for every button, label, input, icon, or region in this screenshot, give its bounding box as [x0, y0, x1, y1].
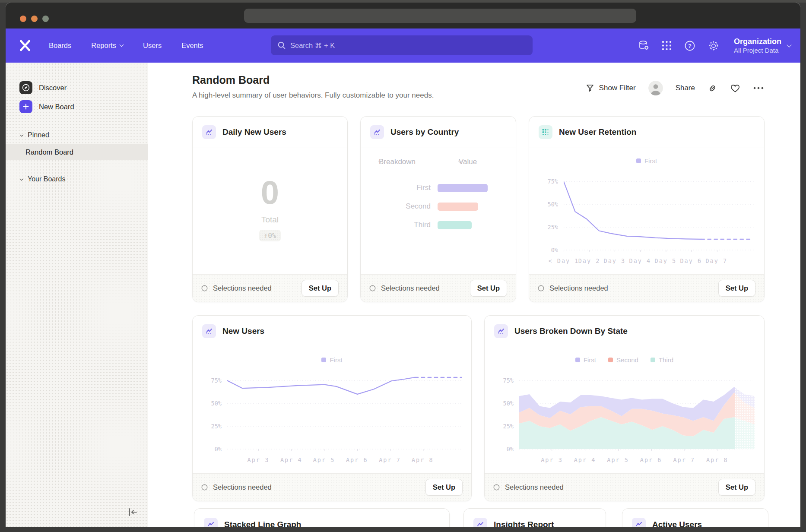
page-title: Random Board [192, 74, 270, 86]
card-title: Daily New Users [222, 127, 286, 137]
country-bar-row: Second [361, 202, 516, 211]
insights-chart-icon [494, 324, 508, 338]
card-title: Active Users [652, 520, 702, 527]
org-project: All Project Data [734, 47, 781, 54]
sidebar-item-new-board[interactable]: New Board [6, 97, 148, 116]
copy-link-icon[interactable] [708, 83, 717, 93]
sidebar-section-pinned[interactable]: Pinned [6, 127, 148, 143]
card-stacked-line-graph: Stacked Line Graph [194, 508, 450, 527]
show-filter-button[interactable]: Show Filter [586, 84, 636, 92]
data-management-icon[interactable] [638, 40, 650, 51]
card-header: Stacked Line Graph [194, 509, 449, 527]
y-tick-label: 50% [548, 201, 558, 208]
global-search[interactable] [271, 35, 533, 55]
top-navbar: Boards Reports Users Events [6, 28, 800, 63]
y-axis-labels: 75%50%25%0% [539, 171, 564, 254]
search-input[interactable] [290, 41, 526, 50]
x-axis-labels: Apr 3Apr 4Apr 5Apr 6Apr 7Apr 8 [227, 453, 461, 465]
country-bar-row: First [361, 184, 516, 192]
set-up-button[interactable]: Set Up [718, 280, 755, 297]
card-users-by-country: Users by Country Breakdown Value FirstSe… [360, 116, 516, 302]
chart-legend: First [203, 356, 461, 364]
nav-item-users[interactable]: Users [143, 41, 162, 50]
avatar[interactable] [648, 81, 663, 95]
radio-circle-icon [538, 285, 544, 291]
card-header: Active Users [622, 509, 768, 527]
card-new-user-retention: New User Retention First 75%50%25%0% < D… [529, 116, 765, 302]
new-users-chart [227, 370, 462, 452]
country-bar-row: Third [361, 221, 516, 229]
plus-icon [19, 100, 32, 113]
x-tick-label: Day 5 [655, 257, 677, 264]
card-footer: Selections needed Set Up [485, 473, 764, 501]
legend-item: First [321, 356, 342, 364]
card-insights-report: Insights Report [463, 508, 606, 527]
page-subtitle: A high-level summary of user behaviors. … [192, 91, 434, 100]
card-active-users: Active Users [622, 508, 768, 527]
y-tick-label: 50% [503, 400, 514, 407]
country-bar-rows: FirstSecondThird [361, 184, 516, 229]
screenshot-stage: Boards Reports Users Events [0, 0, 806, 532]
apps-grid-icon[interactable] [661, 40, 672, 51]
x-tick-label: Apr 8 [412, 456, 434, 463]
help-icon[interactable]: ? [684, 40, 696, 52]
set-up-button[interactable]: Set Up [425, 479, 463, 496]
filter-icon [586, 84, 595, 92]
more-options-icon[interactable] [753, 86, 764, 90]
nav-item-reports[interactable]: Reports [91, 41, 123, 50]
x-tick-label: Apr 6 [346, 456, 368, 463]
card-header: New Users [193, 316, 471, 347]
set-up-button[interactable]: Set Up [718, 479, 755, 496]
sidebar-section-your-boards[interactable]: Your Boards [6, 171, 148, 187]
forecast-overlay [735, 370, 755, 451]
window-titlebar [6, 3, 800, 28]
settings-gear-icon[interactable] [708, 40, 720, 52]
search-icon [277, 41, 286, 50]
retention-grid-icon [539, 125, 552, 139]
insights-chart-icon [473, 518, 487, 527]
set-up-button[interactable]: Set Up [301, 280, 339, 297]
legend-item: Third [651, 356, 673, 364]
card-footer: Selections needed Set Up [193, 274, 347, 302]
radio-circle-icon [201, 484, 208, 491]
new-users-plot [227, 370, 462, 453]
metric-label: Total [261, 215, 279, 225]
nav-item-boards[interactable]: Boards [49, 41, 71, 50]
sidebar-item-random-board[interactable]: Random Board [6, 144, 148, 160]
x-axis-labels: < Day 1Day 2Day 3Day 4Day 5Day 6Day 7 [564, 254, 754, 266]
chevron-down-icon [787, 42, 791, 47]
bar [438, 184, 488, 192]
svg-text:?: ? [688, 43, 692, 49]
close-window-button[interactable] [20, 16, 26, 22]
y-tick-label: 25% [211, 423, 222, 430]
new-users-chart-body: First 75%50%25%0% Apr 3Apr 4Apr 5Apr 6Ap… [193, 347, 471, 473]
address-bar[interactable] [244, 9, 636, 23]
bar-label: Third [361, 221, 431, 229]
bar [438, 221, 472, 229]
favorite-heart-icon[interactable] [730, 83, 740, 93]
sidebar-item-discover[interactable]: Discover [6, 78, 148, 97]
share-button[interactable]: Share [676, 84, 695, 92]
x-tick-label: Apr 5 [313, 456, 335, 463]
country-chart-body: Breakdown Value FirstSecondThird [361, 148, 516, 274]
y-tick-label: 0% [215, 446, 222, 453]
zoom-window-button[interactable] [42, 16, 49, 22]
chevron-down-icon [20, 177, 23, 180]
bar-label: First [361, 184, 431, 192]
set-up-button[interactable]: Set Up [470, 280, 507, 297]
nav-item-events[interactable]: Events [181, 41, 203, 50]
mixpanel-logo-icon[interactable] [19, 40, 32, 51]
minimize-window-button[interactable] [31, 16, 38, 22]
org-switcher[interactable]: Organization All Project Data [734, 37, 791, 54]
card-title: New User Retention [559, 127, 636, 137]
y-tick-label: 50% [211, 400, 222, 407]
x-tick-label: Apr 7 [673, 456, 695, 463]
collapse-sidebar-icon[interactable] [127, 507, 138, 519]
x-tick-label: Apr 7 [379, 456, 401, 463]
metric-body: 0 Total ↑0% [193, 143, 347, 274]
country-columns: Breakdown Value [361, 162, 516, 171]
chart-legend: FirstSecondThird [495, 356, 754, 364]
retention-chart-body: First 75%50%25%0% < Day 1Day 2Day 3Day 4… [529, 148, 764, 274]
metric-value: 0 [261, 176, 279, 209]
card-new-users: New Users First 75%50%25%0% Apr 3Apr 4Ap… [192, 315, 472, 501]
